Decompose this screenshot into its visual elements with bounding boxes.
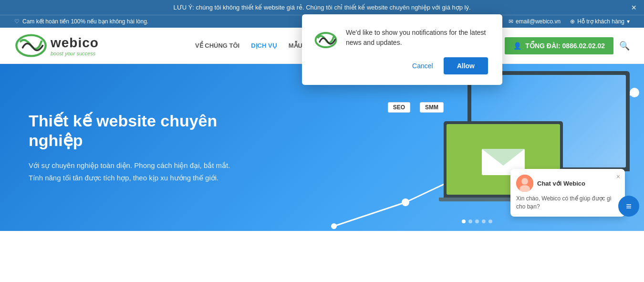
notification-dialog: We'd like to show you notifications for … bbox=[302, 14, 502, 85]
notification-content: We'd like to show you notifications for … bbox=[346, 28, 488, 74]
notification-text: We'd like to show you notifications for … bbox=[346, 28, 488, 48]
cancel-button[interactable]: Cancel bbox=[407, 59, 438, 73]
webico-notif-icon bbox=[313, 28, 338, 52]
allow-button[interactable]: Allow bbox=[444, 57, 488, 74]
notification-buttons: Cancel Allow bbox=[346, 57, 488, 74]
notification-logo-icon bbox=[313, 28, 338, 52]
notification-overlay: We'd like to show you notifications for … bbox=[0, 0, 644, 282]
